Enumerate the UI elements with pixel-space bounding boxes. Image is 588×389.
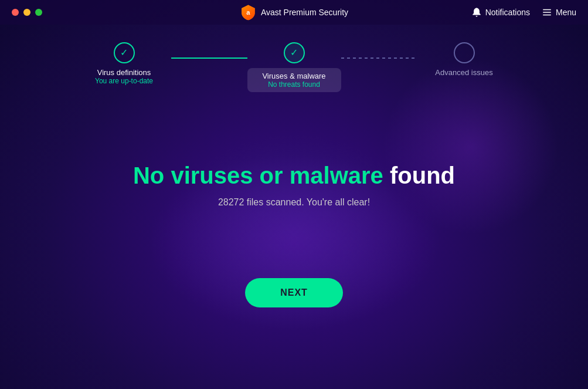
close-button[interactable] (12, 9, 19, 16)
step2-checkmark: ✓ (290, 48, 298, 57)
step1-label: Virus definitions (97, 68, 151, 77)
step-virus-definitions: ✓ (77, 42, 171, 63)
menu-button[interactable]: Menu (542, 7, 576, 18)
next-button[interactable]: NEXT (245, 278, 343, 307)
next-button-container: NEXT (245, 278, 343, 307)
step-icons-row: ✓ ✓ (77, 42, 511, 63)
app-title: Avast Premium Security (261, 8, 348, 17)
step2-circle: ✓ (284, 42, 305, 63)
svg-rect-2 (543, 12, 551, 13)
svg-rect-1 (543, 9, 551, 11)
traffic-lights (12, 9, 42, 16)
minimize-button[interactable] (23, 9, 30, 16)
step2-label: Viruses & malware (262, 72, 325, 80)
heading-green-text: No viruses or malware (133, 163, 383, 188)
step1-sublabel: You are up-to-date (95, 77, 153, 85)
main-heading: No viruses or malware found (133, 163, 455, 189)
app-branding: a Avast Premium Security (240, 4, 348, 21)
svg-text:a: a (246, 9, 250, 16)
step3-circle (454, 42, 475, 63)
bell-icon (471, 7, 482, 18)
step3-label: Advanced issues (435, 68, 492, 77)
maximize-button[interactable] (35, 9, 42, 16)
step1-checkmark: ✓ (120, 48, 128, 57)
menu-icon (542, 7, 552, 18)
main-content: ✓ ✓ Virus definitions (0, 25, 588, 307)
result-message: No viruses or malware found 28272 files … (133, 163, 455, 208)
line-2 (341, 57, 417, 59)
avast-logo-icon: a (240, 4, 256, 21)
notifications-button[interactable]: Notifications (471, 7, 530, 18)
step-advanced-issues (417, 42, 511, 63)
line-1 (171, 57, 247, 59)
step-viruses-malware: ✓ (247, 42, 341, 63)
step2-sublabel: No threats found (268, 80, 320, 89)
step-labels-row: Virus definitions You are up-to-date Vir… (77, 68, 511, 92)
titlebar-actions: Notifications Menu (471, 7, 576, 18)
svg-rect-3 (543, 15, 551, 16)
progress-steps: ✓ ✓ Virus definitions (77, 42, 511, 92)
heading-white-text2: found (390, 163, 455, 188)
titlebar: a Avast Premium Security Notifications M… (0, 0, 588, 25)
step1-circle: ✓ (114, 42, 135, 63)
result-subtext: 28272 files scanned. You're all clear! (133, 197, 455, 208)
